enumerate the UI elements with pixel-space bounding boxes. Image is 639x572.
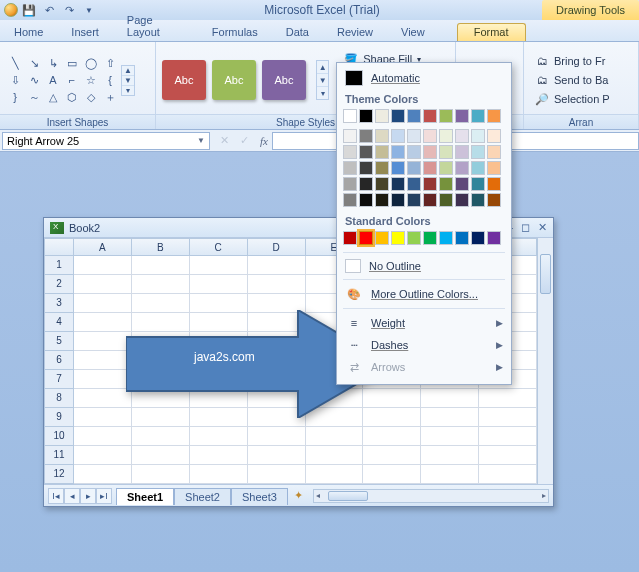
next-sheet-icon[interactable]: ▸	[80, 488, 96, 504]
cell[interactable]	[74, 408, 132, 427]
cell[interactable]	[363, 427, 421, 446]
cell[interactable]	[132, 427, 190, 446]
color-swatch[interactable]	[471, 129, 485, 143]
color-swatch[interactable]	[359, 145, 373, 159]
tab-formulas[interactable]: Formulas	[204, 24, 266, 41]
style-swatch-3[interactable]: Abc	[262, 60, 306, 100]
cell[interactable]	[190, 256, 248, 275]
cell[interactable]	[306, 446, 364, 465]
style-swatch-1[interactable]: Abc	[162, 60, 206, 100]
rect-icon[interactable]: ▭	[63, 55, 81, 71]
color-swatch[interactable]	[423, 177, 437, 191]
plus-icon[interactable]: ＋	[101, 89, 119, 105]
hex-icon[interactable]: ⬡	[63, 89, 81, 105]
row-header[interactable]: 11	[44, 446, 74, 465]
column-header[interactable]: C	[190, 238, 248, 256]
row-header[interactable]: 9	[44, 408, 74, 427]
oval-icon[interactable]: ◯	[82, 55, 100, 71]
cell[interactable]	[421, 465, 479, 484]
color-swatch[interactable]	[487, 129, 501, 143]
row-header[interactable]: 2	[44, 275, 74, 294]
color-swatch[interactable]	[375, 161, 389, 175]
dropdown-icon[interactable]: ▼	[197, 136, 205, 145]
color-swatch[interactable]	[455, 129, 469, 143]
cell[interactable]	[74, 465, 132, 484]
cell[interactable]	[306, 427, 364, 446]
color-swatch[interactable]	[455, 177, 469, 191]
scroll-thumb[interactable]	[540, 254, 551, 294]
cell[interactable]	[132, 446, 190, 465]
color-swatch[interactable]	[375, 193, 389, 207]
textbox-icon[interactable]: A	[44, 72, 62, 88]
cell[interactable]	[74, 351, 132, 370]
color-swatch[interactable]	[439, 193, 453, 207]
color-swatch[interactable]	[359, 193, 373, 207]
style-gallery-scroll[interactable]: ▲ ▼ ▾	[316, 60, 329, 100]
sheet-tab-3[interactable]: Sheet3	[231, 488, 288, 505]
color-swatch[interactable]	[407, 177, 421, 191]
bring-to-front-button[interactable]: 🗂 Bring to Fr	[530, 52, 615, 70]
cell[interactable]	[74, 275, 132, 294]
new-sheet-icon[interactable]: ✦	[288, 489, 309, 502]
shapes-gallery[interactable]: ╲ ↘ ↳ ▭ ◯ ⇧ ⇩ ∿ A ⌐ ☆ { } ～ △ ⬡ ◇ ＋	[6, 55, 119, 105]
cell[interactable]	[248, 446, 306, 465]
cell[interactable]	[421, 389, 479, 408]
color-swatch[interactable]	[359, 109, 373, 123]
cell[interactable]	[479, 408, 537, 427]
color-swatch[interactable]	[375, 129, 389, 143]
weight-option[interactable]: ≡ Weight ▶	[343, 312, 505, 334]
color-swatch[interactable]	[439, 231, 453, 245]
style-up-icon[interactable]: ▲	[317, 61, 328, 74]
gallery-up-icon[interactable]: ▲	[122, 66, 134, 76]
tab-format[interactable]: Format	[457, 23, 526, 41]
color-swatch[interactable]	[471, 193, 485, 207]
row-header[interactable]: 6	[44, 351, 74, 370]
color-swatch[interactable]	[455, 161, 469, 175]
color-swatch[interactable]	[407, 129, 421, 143]
column-header[interactable]: D	[248, 238, 306, 256]
color-swatch[interactable]	[423, 109, 437, 123]
color-swatch[interactable]	[487, 145, 501, 159]
color-swatch[interactable]	[343, 193, 357, 207]
row-header[interactable]: 4	[44, 313, 74, 332]
cell[interactable]	[190, 465, 248, 484]
cell[interactable]	[74, 256, 132, 275]
style-down-icon[interactable]: ▼	[317, 74, 328, 87]
color-swatch[interactable]	[471, 161, 485, 175]
color-swatch[interactable]	[487, 177, 501, 191]
cell[interactable]	[132, 256, 190, 275]
cell[interactable]	[421, 446, 479, 465]
color-swatch[interactable]	[455, 193, 469, 207]
color-swatch[interactable]	[343, 145, 357, 159]
color-swatch[interactable]	[439, 177, 453, 191]
cell[interactable]	[479, 427, 537, 446]
cell[interactable]	[74, 332, 132, 351]
cell[interactable]	[248, 256, 306, 275]
tab-insert[interactable]: Insert	[63, 24, 107, 41]
color-swatch[interactable]	[407, 109, 421, 123]
fx-icon[interactable]: fx	[256, 133, 272, 149]
cell[interactable]	[363, 446, 421, 465]
no-outline-option[interactable]: No Outline	[343, 256, 505, 276]
first-sheet-icon[interactable]: I◂	[48, 488, 64, 504]
sheet-tab-2[interactable]: Sheet2	[174, 488, 231, 505]
row-header[interactable]: 10	[44, 427, 74, 446]
freeform-icon[interactable]: ☆	[82, 72, 100, 88]
color-swatch[interactable]	[487, 193, 501, 207]
arrow-down-icon[interactable]: ⇩	[6, 72, 24, 88]
color-swatch[interactable]	[391, 177, 405, 191]
line-icon[interactable]: ╲	[6, 55, 24, 71]
color-swatch[interactable]	[407, 145, 421, 159]
cancel-icon[interactable]: ✕	[216, 133, 232, 149]
color-swatch[interactable]	[343, 231, 357, 245]
color-swatch[interactable]	[439, 161, 453, 175]
cell[interactable]	[74, 446, 132, 465]
maximize-icon[interactable]: ◻	[521, 221, 530, 234]
diamond-icon[interactable]: ◇	[82, 89, 100, 105]
color-swatch[interactable]	[359, 129, 373, 143]
cell[interactable]	[421, 427, 479, 446]
color-swatch[interactable]	[487, 161, 501, 175]
color-swatch[interactable]	[359, 177, 373, 191]
cell[interactable]	[190, 275, 248, 294]
color-swatch[interactable]	[439, 109, 453, 123]
